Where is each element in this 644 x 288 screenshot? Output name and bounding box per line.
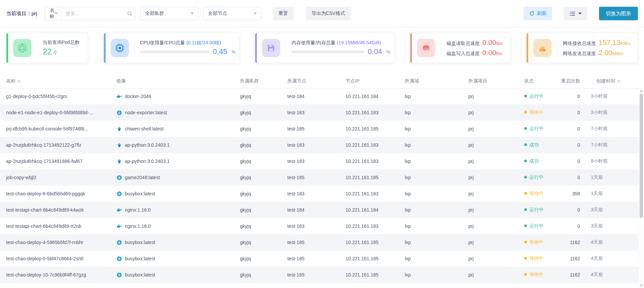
table-row[interactable]: ap-2rurjdu6rhkcq-1713491886-fwl67 ap-pyt…: [0, 153, 639, 169]
cell-created: 4天前: [586, 267, 639, 283]
sort-icon[interactable]: ↑↓: [17, 79, 20, 83]
table-row[interactable]: test-chao-deploy-4-5965b5fd7f-rnbhr busy…: [0, 234, 639, 250]
cell-status: 运行中: [519, 88, 555, 104]
cell-created: 3天前: [586, 218, 639, 234]
status-badge: 运行中: [529, 126, 543, 131]
cluster-select-value: 全部集群: [145, 10, 164, 17]
cell-domain: lxp: [400, 202, 464, 218]
cell-image: ap-python:3.0.2403.1: [112, 153, 235, 169]
cell-domain: lxp: [400, 137, 464, 153]
chevron-down-icon: [191, 13, 194, 15]
cell-domain: lxp: [400, 153, 464, 169]
cell-pod-name: ap-2rurjdu6rhkcq-1713492122-g7flz: [0, 137, 112, 153]
container-circle-icon: [116, 272, 122, 278]
status-badge: 运行中: [529, 207, 543, 212]
search-icon: [127, 11, 133, 17]
search-control: 名称: [45, 7, 135, 20]
cell-restarts: 0: [555, 137, 586, 153]
column-header-domain: 所属域: [400, 74, 464, 88]
table-row[interactable]: test-chao-deploy-8-6bd5b5d69-pggqk busyb…: [0, 186, 639, 202]
container-circle-icon: [116, 110, 122, 116]
cell-cluster: gkyjq: [235, 104, 283, 121]
switch-to-chart-button[interactable]: 切换为图形: [599, 7, 638, 20]
cell-node-ip: 10.221.161.184: [341, 88, 400, 104]
divider: [557, 40, 557, 56]
search-input[interactable]: [66, 11, 127, 16]
column-label: 所属域: [405, 78, 419, 83]
status-dot-icon: [524, 176, 527, 178]
toolbar: 当前项目：prj 名称 全部集群 全部节点 重置 导出为CSV格式 刷新: [0, 0, 644, 27]
image-name: busybox:latest: [125, 272, 155, 278]
cell-image: busybox:latest: [112, 250, 235, 267]
status-badge: 等待中: [529, 272, 543, 277]
table-row[interactable]: test-chao-deploy-0-5bf47c8664-2sntl busy…: [0, 250, 639, 267]
refresh-button[interactable]: 刷新: [524, 7, 552, 20]
column-label: 所属集群: [240, 78, 259, 83]
cell-image: nginx:1.16.0: [112, 202, 235, 218]
cell-pod-name: test-chao-deploy-0-5bf47c8664-2sntl: [0, 250, 112, 267]
scrollbar-thumb[interactable]: [640, 94, 643, 218]
search-field-selected: 名称: [50, 7, 54, 20]
search-field-select[interactable]: 名称: [45, 7, 62, 20]
reset-button[interactable]: 重置: [273, 7, 294, 20]
cpu-usage-card: CPU使用量/CPU总量 (0.11核/24.00核) 0.45%: [104, 33, 240, 63]
cell-project: prj: [464, 137, 519, 153]
table-row[interactable]: ap-2rurjdu6rhkcq-1713492122-g7flz ap-pyt…: [0, 137, 639, 153]
gem-layers-icon: [116, 126, 122, 132]
cell-domain: lxp: [400, 88, 464, 104]
scroll-up-icon[interactable]: [640, 90, 643, 92]
memory-usage-detail: (19.15MiB/46.54GiB): [337, 40, 381, 45]
cell-image: ap-python:3.0.2403.1: [112, 137, 235, 153]
table-row[interactable]: node-e1-node-e1-deploy-0-5fd98fd89d-... …: [0, 104, 639, 121]
column-label: 创建时间: [596, 78, 615, 83]
table-row[interactable]: prj-dfcb95-kubectl-console-58f9746f8... …: [0, 121, 639, 137]
cell-cluster: gkyjq: [235, 169, 283, 186]
status-dot-icon: [524, 257, 527, 260]
cell-cluster: gkyjq: [235, 88, 283, 104]
cell-node-ip: 10.221.161.183: [341, 153, 400, 169]
cell-node: test-185: [283, 234, 341, 250]
cell-node-ip: 10.221.161.183: [341, 104, 400, 121]
table-row[interactable]: job-copy-wbjl2 game2048:latestgkyjqtest-…: [0, 169, 639, 186]
refresh-icon: [529, 11, 535, 16]
node-select[interactable]: 全部节点: [203, 7, 261, 20]
cluster-select[interactable]: 全部集群: [140, 7, 198, 20]
cell-created: 7小时前: [586, 137, 639, 153]
table-row[interactable]: test-testapi-chart-6b4c849d89-k4wzk ngin…: [0, 202, 639, 218]
status-badge: 运行中: [529, 93, 543, 99]
cell-project: prj: [464, 202, 519, 218]
cell-cluster: gkyjq: [235, 186, 283, 202]
table-row[interactable]: g1-deploy-0-bdc55f45b-r2grs docker-2048g…: [0, 88, 639, 104]
column-settings-button[interactable]: [564, 7, 587, 20]
image-name: ap-python:3.0.2403.1: [125, 159, 170, 164]
status-dot-icon: [524, 127, 527, 130]
status-badge: 等待中: [529, 110, 543, 115]
image-name: ap-python:3.0.2403.1: [125, 142, 170, 148]
table-row[interactable]: test-testapi-chart-6b4c849d89-rt2nb ngin…: [0, 218, 639, 234]
cell-image: game2048:latest: [112, 169, 235, 186]
cell-node: test-185: [283, 169, 341, 186]
vertical-scrollbar[interactable]: [639, 88, 644, 288]
docker-whale-icon: [116, 207, 122, 213]
cell-project: prj: [464, 169, 519, 186]
export-csv-button[interactable]: 导出为CSV格式: [306, 7, 351, 20]
divider: [134, 40, 135, 56]
refresh-label: 刷新: [537, 10, 547, 17]
cell-node: test-185: [283, 250, 341, 267]
cell-node-ip: 10.221.161.183: [341, 186, 400, 202]
sort-icon[interactable]: ↑↓: [617, 79, 620, 83]
divider: [286, 40, 286, 56]
network-speed-card: 网络接收总速度157.13KiB/s 网络发送总速度2.00MiB/s: [526, 33, 638, 63]
column-label: 所属节点: [287, 78, 306, 83]
disk-write-unit: B/s: [496, 51, 503, 56]
cell-status: 运行中: [519, 121, 555, 137]
column-header-name[interactable]: 名称↑↓: [0, 74, 112, 88]
status-dot-icon: [524, 192, 527, 195]
network-receive-value: 157.13: [599, 39, 620, 46]
table-row[interactable]: test-chao-deploy-10-7c96b9f4ff-67gzg bus…: [0, 267, 639, 283]
scroll-down-icon[interactable]: [640, 285, 643, 287]
column-header-created[interactable]: 创建时间↑↓: [586, 74, 639, 88]
cell-image: chiwen-shell:latest: [112, 121, 235, 137]
column-label: 名称: [6, 78, 16, 83]
pod-count-label: 当前查询Pod总数: [43, 40, 80, 46]
